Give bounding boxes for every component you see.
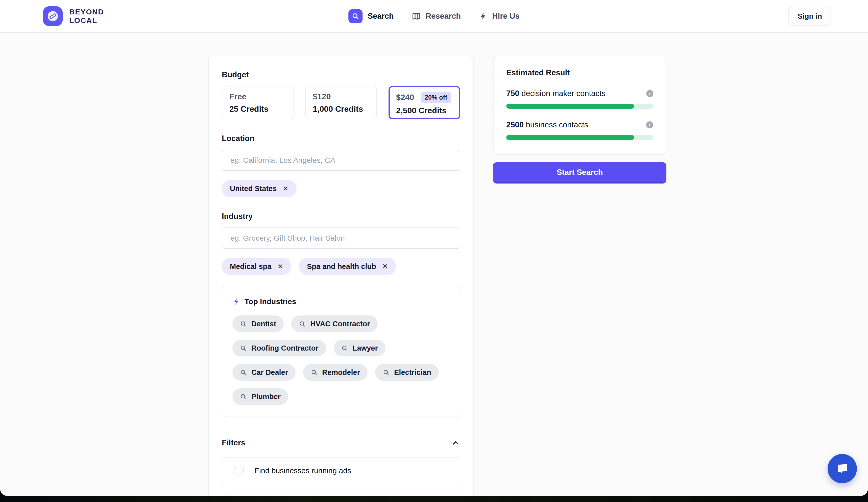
map-icon [412,12,421,20]
industry-chip-spa-health-club[interactable]: Spa and health club ✕ [299,258,396,275]
search-icon [240,320,247,327]
checkbox-running-ads[interactable] [234,466,244,475]
search-icon [299,320,306,327]
location-chip-united-states[interactable]: United States ✕ [222,180,297,197]
chat-widget-button[interactable] [828,454,857,483]
close-icon[interactable]: ✕ [283,185,289,192]
suggest-chip-electrician[interactable]: Electrician [375,364,439,381]
brand-name: BEYOND LOCAL [69,8,104,25]
budget-option-120[interactable]: $120 1,000 Credits [305,86,377,119]
top-industries-panel: Top Industries Dentist HVAC Contractor [222,287,460,417]
info-icon[interactable]: i [646,90,653,97]
estimate-row-business-contacts: 2500 business contacts i [506,120,653,130]
estimated-result-card: Estimated Result 750 decision maker cont… [493,55,666,155]
lightning-icon [479,12,487,20]
suggest-chip-plumber[interactable]: Plumber [232,388,288,405]
brand-compass-icon [43,6,63,26]
suggest-chip-car-dealer[interactable]: Car Dealer [232,364,296,381]
info-icon[interactable]: i [646,121,653,129]
nav-label-search: Search [368,12,394,21]
brand-logo[interactable]: BEYOND LOCAL [43,6,104,26]
start-search-button[interactable]: Start Search [493,162,666,184]
budget-credits: 25 Credits [229,104,286,114]
industry-section: Industry Medical spa ✕ Spa and health cl… [222,212,460,417]
chevron-up-icon[interactable] [451,438,460,448]
chat-bubble-icon [835,462,849,475]
filter-row-skip-exported[interactable]: Skip contacts that I've already exported… [222,494,460,496]
discount-badge: 20% off [421,92,451,103]
search-icon [341,345,348,351]
search-icon [348,9,362,23]
industry-chips: Medical spa ✕ Spa and health club ✕ [222,258,460,275]
estimated-result-title: Estimated Result [506,68,653,77]
filters-label: Filters [222,438,245,448]
close-icon[interactable]: ✕ [382,263,388,270]
page: BEYOND LOCAL Search [0,0,868,496]
header: BEYOND LOCAL Search [0,0,868,33]
nav-item-hire-us[interactable]: Hire Us [479,12,520,21]
top-industries-chips: Dentist HVAC Contractor Roofing Contract… [232,316,450,405]
content: Budget Free 25 Credits $120 1,000 Credit… [0,33,868,496]
location-chips: United States ✕ [222,180,460,197]
top-industries-title: Top Industries [245,297,296,306]
close-icon[interactable]: ✕ [277,263,283,270]
budget-label: Budget [222,70,460,79]
location-input[interactable] [222,150,460,171]
estimate-row-decision-makers: 750 decision maker contacts i [506,89,653,98]
progress-fill-decision-makers [506,104,634,109]
search-icon [240,393,247,400]
budget-price: Free [229,92,247,101]
nav-label-research: Research [426,12,461,21]
location-section: Location United States ✕ [222,134,460,197]
suggest-chip-remodeler[interactable]: Remodeler [303,364,368,381]
search-icon [240,345,247,351]
industry-label: Industry [222,212,460,221]
suggest-chip-lawyer[interactable]: Lawyer [334,340,385,356]
budget-option-240-selected[interactable]: $240 20% off 2,500 Credits [389,86,460,119]
search-icon [383,369,390,376]
industry-chip-medical-spa[interactable]: Medical spa ✕ [222,258,291,275]
budget-credits: 1,000 Credits [313,104,369,114]
budget-option-free[interactable]: Free 25 Credits [222,86,293,119]
budget-price: $120 [313,92,331,101]
nav-item-search[interactable]: Search [348,9,394,23]
estimate-column: Estimated Result 750 decision maker cont… [493,55,666,184]
budget-credits: 2,500 Credits [396,106,453,115]
progress-track [506,104,653,109]
sign-in-button[interactable]: Sign in [788,7,831,25]
suggest-chip-roofing-contractor[interactable]: Roofing Contractor [232,340,326,356]
lightning-icon [232,298,240,305]
main-nav: Search Research Hire Us [348,9,520,23]
suggest-chip-hvac-contractor[interactable]: HVAC Contractor [291,316,378,332]
suggest-chip-dentist[interactable]: Dentist [232,316,284,332]
progress-track [506,135,653,140]
filter-row-running-ads[interactable]: Find businesses running ads [222,457,460,484]
budget-options: Free 25 Credits $120 1,000 Credits $240 … [222,86,460,119]
progress-fill-business-contacts [506,135,634,140]
search-icon [240,369,247,376]
filters-header[interactable]: Filters [222,438,460,448]
industry-input[interactable] [222,227,460,249]
location-label: Location [222,134,460,143]
nav-item-research[interactable]: Research [412,12,461,21]
search-builder-card: Budget Free 25 Credits $120 1,000 Credit… [208,55,474,496]
search-icon [311,369,318,376]
nav-label-hire-us: Hire Us [492,12,520,21]
budget-price: $240 [396,93,414,102]
